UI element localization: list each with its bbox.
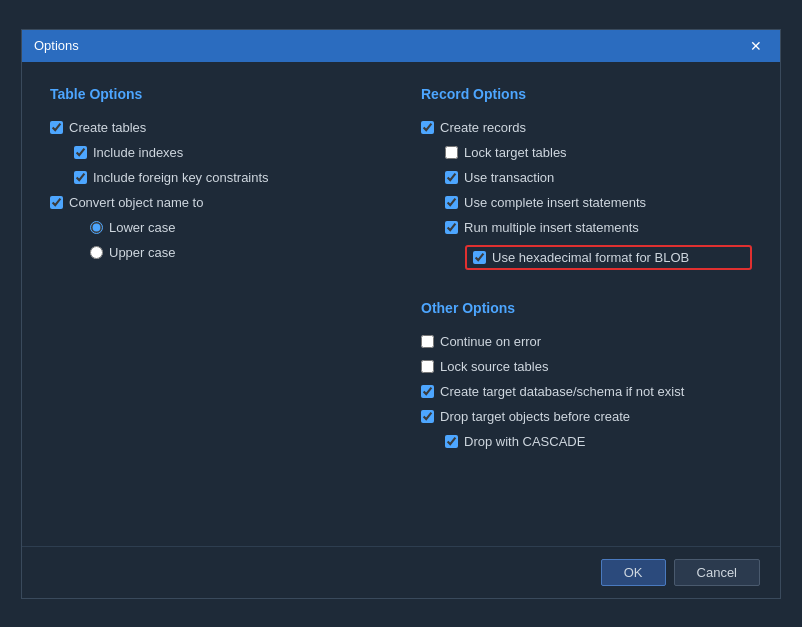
include-indexes-label[interactable]: Include indexes	[93, 145, 183, 160]
record-options-title: Record Options	[421, 86, 752, 102]
dialog-content: Table Options Create tables Include inde…	[22, 62, 780, 546]
drop-target-objects-checkbox[interactable]	[421, 410, 434, 423]
run-multiple-insert-label[interactable]: Run multiple insert statements	[464, 220, 639, 235]
use-complete-insert-label[interactable]: Use complete insert statements	[464, 195, 646, 210]
use-hex-blob-label[interactable]: Use hexadecimal format for BLOB	[492, 250, 689, 265]
continue-on-error-checkbox[interactable]	[421, 335, 434, 348]
table-options-column: Table Options Create tables Include inde…	[50, 86, 381, 522]
drop-target-objects-row: Drop target objects before create	[421, 407, 752, 426]
close-button[interactable]: ✕	[744, 37, 768, 55]
lock-target-label[interactable]: Lock target tables	[464, 145, 567, 160]
include-indexes-row: Include indexes	[50, 143, 381, 162]
create-target-db-row: Create target database/schema if not exi…	[421, 382, 752, 401]
right-column: Record Options Create records Lock targe…	[421, 86, 752, 522]
include-fk-label[interactable]: Include foreign key constraints	[93, 170, 269, 185]
other-options-title: Other Options	[421, 300, 752, 316]
use-transaction-row: Use transaction	[421, 168, 752, 187]
include-fk-checkbox[interactable]	[74, 171, 87, 184]
lock-target-checkbox[interactable]	[445, 146, 458, 159]
drop-with-cascade-checkbox[interactable]	[445, 435, 458, 448]
create-records-checkbox[interactable]	[421, 121, 434, 134]
convert-object-checkbox[interactable]	[50, 196, 63, 209]
include-fk-row: Include foreign key constraints	[50, 168, 381, 187]
upper-case-label[interactable]: Upper case	[109, 245, 175, 260]
options-dialog: Options ✕ Table Options Create tables In…	[21, 29, 781, 599]
lower-case-row: Lower case	[50, 218, 381, 237]
lock-source-tables-row: Lock source tables	[421, 357, 752, 376]
create-records-label[interactable]: Create records	[440, 120, 526, 135]
use-complete-insert-checkbox[interactable]	[445, 196, 458, 209]
create-tables-row: Create tables	[50, 118, 381, 137]
create-tables-checkbox[interactable]	[50, 121, 63, 134]
dialog-title: Options	[34, 38, 79, 53]
run-multiple-insert-checkbox[interactable]	[445, 221, 458, 234]
ok-button[interactable]: OK	[601, 559, 666, 586]
create-records-row: Create records	[421, 118, 752, 137]
lock-target-row: Lock target tables	[421, 143, 752, 162]
convert-object-label[interactable]: Convert object name to	[69, 195, 203, 210]
include-indexes-checkbox[interactable]	[74, 146, 87, 159]
create-target-db-label[interactable]: Create target database/schema if not exi…	[440, 384, 684, 399]
lock-source-tables-label[interactable]: Lock source tables	[440, 359, 548, 374]
drop-target-objects-label[interactable]: Drop target objects before create	[440, 409, 630, 424]
use-transaction-checkbox[interactable]	[445, 171, 458, 184]
lock-source-tables-checkbox[interactable]	[421, 360, 434, 373]
drop-with-cascade-label[interactable]: Drop with CASCADE	[464, 434, 585, 449]
continue-on-error-row: Continue on error	[421, 332, 752, 351]
use-hex-blob-highlighted-row: Use hexadecimal format for BLOB	[465, 245, 752, 270]
convert-object-name-row: Convert object name to	[50, 193, 381, 212]
title-bar: Options ✕	[22, 30, 780, 62]
use-complete-insert-row: Use complete insert statements	[421, 193, 752, 212]
run-multiple-insert-row: Run multiple insert statements	[421, 218, 752, 237]
use-hex-blob-checkbox[interactable]	[473, 251, 486, 264]
table-options-title: Table Options	[50, 86, 381, 102]
lower-case-radio[interactable]	[90, 221, 103, 234]
continue-on-error-label[interactable]: Continue on error	[440, 334, 541, 349]
create-target-db-checkbox[interactable]	[421, 385, 434, 398]
cancel-button[interactable]: Cancel	[674, 559, 760, 586]
upper-case-radio[interactable]	[90, 246, 103, 259]
upper-case-row: Upper case	[50, 243, 381, 262]
dialog-footer: OK Cancel	[22, 546, 780, 598]
drop-with-cascade-row: Drop with CASCADE	[421, 432, 752, 451]
lower-case-label[interactable]: Lower case	[109, 220, 175, 235]
create-tables-label[interactable]: Create tables	[69, 120, 146, 135]
use-transaction-label[interactable]: Use transaction	[464, 170, 554, 185]
